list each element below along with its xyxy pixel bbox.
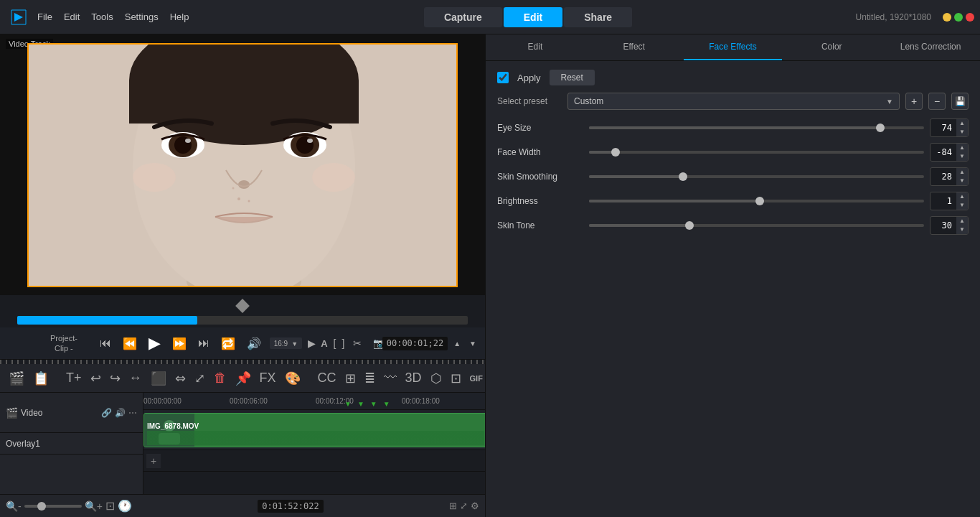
eye-size-up[interactable]: ▲ — [956, 119, 968, 128]
video-track-toggle[interactable]: 🎬 — [6, 369, 27, 388]
undo-btn[interactable]: ↩ — [88, 369, 104, 388]
clip-1[interactable]: IMG_6878.MOV — [143, 413, 485, 447]
timecode-down[interactable]: ▼ — [466, 337, 479, 350]
zoom-slider[interactable] — [24, 505, 82, 508]
share-tab[interactable]: Share — [564, 7, 632, 27]
gif-btn[interactable]: GIF — [467, 373, 486, 384]
skin-smoothing-up[interactable]: ▲ — [956, 168, 968, 177]
add-text-btn[interactable]: T+ — [63, 369, 85, 387]
scrubber[interactable] — [17, 316, 468, 325]
skin-smoothing-thumb[interactable] — [679, 172, 687, 181]
timecode-up[interactable]: ▲ — [451, 337, 463, 350]
menu-file[interactable]: File — [37, 11, 52, 22]
save-preset-btn[interactable]: 💾 — [951, 93, 969, 110]
fit-to-window-btn[interactable]: ⊡ — [105, 499, 115, 513]
color-adjust-btn[interactable]: 🎨 — [282, 369, 303, 388]
menu-settings[interactable]: Settings — [125, 11, 159, 22]
skin-smoothing-down[interactable]: ▼ — [956, 177, 968, 185]
face-width-thumb[interactable] — [611, 148, 620, 157]
preset-dropdown[interactable]: Custom ▼ — [567, 93, 900, 110]
zoom-in-btn[interactable]: 🔍+ — [85, 500, 103, 512]
delete-btn[interactable]: 🗑 — [211, 369, 230, 387]
maximize-button[interactable] — [954, 13, 963, 22]
close-button[interactable] — [966, 13, 974, 22]
track-more-btn[interactable]: ⋯ — [128, 408, 137, 418]
track-link-btn[interactable]: 🔗 — [101, 408, 112, 418]
fx-btn[interactable]: FX — [257, 369, 279, 387]
skin-tone-track[interactable] — [589, 224, 924, 227]
tab-color[interactable]: Color — [782, 34, 881, 60]
next-button[interactable]: ⏭ — [195, 334, 212, 353]
capture-tab[interactable]: Capture — [424, 7, 502, 27]
step-back-button[interactable]: ⏪ — [120, 334, 140, 353]
grid-btn[interactable]: ⊞ — [342, 369, 359, 388]
ratio-selector[interactable]: 16:9 ▼ — [270, 337, 302, 349]
pan-btn[interactable]: ⤢ — [192, 369, 208, 388]
apply-checkbox[interactable] — [497, 72, 509, 83]
add-preset-btn[interactable]: + — [905, 93, 923, 110]
snap-btn[interactable]: ⊞ — [449, 500, 457, 511]
minimize-button[interactable] — [943, 13, 951, 22]
eye-size-thumb[interactable] — [876, 124, 885, 132]
scrubber-fill — [17, 316, 197, 325]
svg-point-18 — [237, 197, 240, 200]
skin-smoothing-value-box: 28 ▲ ▼ — [930, 167, 969, 186]
menu-help[interactable]: Help — [170, 11, 189, 22]
bracket-start[interactable]: [ — [334, 337, 336, 349]
pip-btn[interactable]: ⊡ — [448, 369, 464, 388]
add-overlay-btn[interactable]: + — [146, 454, 161, 468]
bracket-end[interactable]: ] — [341, 337, 344, 349]
selected-track-btn[interactable]: 📋 — [30, 369, 52, 388]
menu-tools[interactable]: Tools — [91, 11, 113, 22]
svg-point-20 — [232, 187, 235, 189]
mask-btn[interactable]: ⬡ — [428, 369, 445, 388]
zoom-out-btn[interactable]: 🔍- — [6, 500, 22, 512]
brightness-down[interactable]: ▼ — [956, 201, 968, 210]
tab-lens-correction[interactable]: Lens Correction — [881, 34, 980, 60]
fit-btn[interactable]: ↔ — [126, 369, 145, 387]
remove-preset-btn[interactable]: − — [928, 93, 946, 110]
skin-tone-thumb[interactable] — [685, 221, 694, 230]
skin-tone-up[interactable]: ▲ — [956, 217, 968, 225]
marker-btn[interactable]: 📌 — [232, 369, 254, 388]
skin-tone-slider-row: Skin Tone 30 ▲ ▼ — [497, 216, 969, 235]
subtitle-btn[interactable]: CC — [315, 369, 339, 387]
cut-button[interactable]: ✂ — [350, 335, 364, 352]
volume-button[interactable]: 🔊 — [244, 334, 264, 353]
face-width-down[interactable]: ▼ — [956, 152, 968, 161]
brightness-track[interactable] — [589, 200, 924, 202]
redo-btn[interactable]: ↪ — [107, 369, 123, 388]
eye-size-down[interactable]: ▼ — [956, 128, 968, 136]
3d-title-btn[interactable]: 3D — [402, 369, 425, 387]
brightness-up[interactable]: ▲ — [956, 192, 968, 201]
reset-button[interactable]: Reset — [550, 70, 595, 85]
settings-btn[interactable]: ⚙ — [471, 500, 479, 511]
play-button[interactable]: ▶ — [146, 331, 164, 355]
tab-effect[interactable]: Effect — [585, 34, 684, 60]
tab-edit[interactable]: Edit — [486, 34, 585, 60]
expand-btn[interactable]: ⤢ — [460, 500, 468, 511]
skin-tone-label: Skin Tone — [497, 220, 583, 230]
motion-btn[interactable]: 〰 — [381, 369, 400, 387]
skin-smoothing-track[interactable] — [589, 175, 924, 178]
eye-size-track[interactable] — [589, 126, 924, 129]
tab-face-effects[interactable]: Face Effects — [684, 34, 783, 60]
step-fwd-button[interactable]: ⏩ — [169, 334, 189, 353]
menu-edit[interactable]: Edit — [64, 11, 80, 22]
face-width-up[interactable]: ▲ — [956, 144, 968, 152]
face-width-track[interactable] — [589, 151, 924, 154]
preview-frame[interactable] — [27, 43, 458, 287]
crop-btn[interactable]: ⬛ — [148, 369, 169, 388]
track-mute-btn[interactable]: 🔊 — [115, 408, 126, 418]
prev-button[interactable]: ⏮ — [97, 334, 114, 353]
audio-stretch-btn[interactable]: ⇔ — [172, 369, 189, 388]
clock-btn[interactable]: 🕐 — [118, 499, 132, 513]
edit-tab[interactable]: Edit — [504, 7, 562, 27]
skin-tone-down[interactable]: ▼ — [956, 225, 968, 234]
timeline-toolbar: 🎬 📋 T+ ↩ ↪ ↔ ⬛ ⇔ ⤢ 🗑 📌 FX 🎨 CC ⊞ ≣ 〰 3D — [0, 364, 485, 393]
chapters-btn[interactable]: ≣ — [362, 369, 378, 388]
zoom-thumb[interactable] — [37, 502, 46, 511]
eye-size-value-box: 74 ▲ ▼ — [930, 118, 969, 137]
brightness-thumb[interactable] — [755, 197, 764, 205]
loop-button[interactable]: 🔁 — [218, 334, 238, 353]
